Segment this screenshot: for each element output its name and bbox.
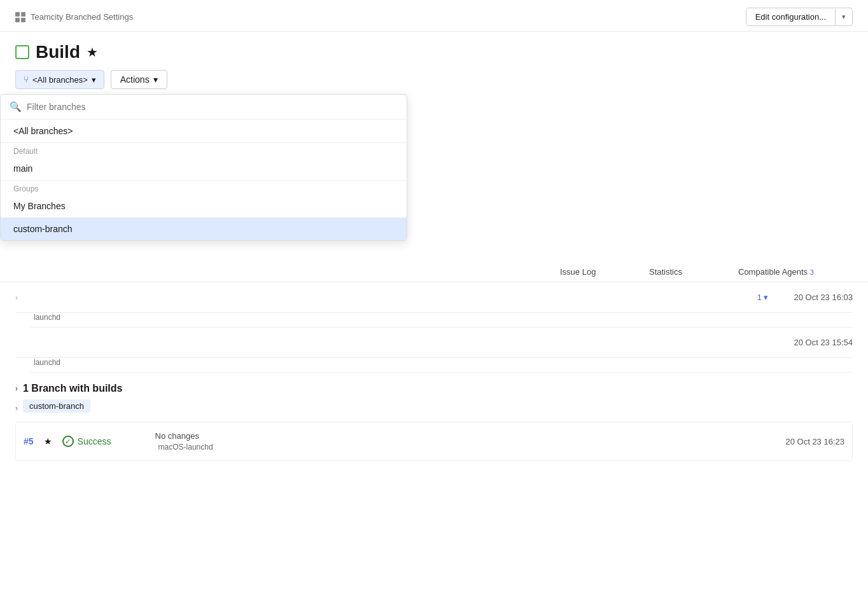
row-date: 20 Oct 23 15:54: [794, 338, 853, 347]
branch-icon: ⑂: [24, 74, 29, 85]
table-row: › 1 ▾ 20 Oct 23 16:03: [15, 282, 853, 313]
row-date: 20 Oct 23 16:03: [794, 293, 853, 302]
build-status-label: Success: [78, 436, 111, 446]
section-chevron-icon[interactable]: ›: [15, 384, 18, 393]
agent-row: launchd: [31, 313, 853, 327]
section-heading: › 1 Branch with builds: [15, 373, 853, 399]
branch-dropdown: 🔍 <All branches> Default main Groups My …: [0, 94, 407, 241]
branch-option-my-branches[interactable]: My Branches: [1, 195, 407, 217]
branch-selector-button[interactable]: ⑂ <All branches> ▾: [15, 70, 104, 89]
build-agent-row: macOS-launchd: [155, 443, 776, 451]
agents-count: 3: [810, 268, 814, 276]
actions-label: Actions: [120, 74, 150, 85]
dropdown-search-area: 🔍: [1, 95, 407, 120]
toolbar: ⑂ <All branches> ▾ Actions ▾ 🔍 <All bran…: [0, 70, 868, 89]
app-title-text: Teamcity Branched Settings: [31, 12, 133, 22]
build-star-icon[interactable]: ★: [44, 436, 52, 446]
branch-row-chevron-icon[interactable]: ›: [15, 404, 18, 413]
edit-config-chevron-icon: ▾: [835, 9, 852, 25]
app-icon: [15, 12, 25, 22]
column-header-compatible-agents: Compatible Agents 3: [738, 267, 853, 277]
success-icon: ✓: [62, 436, 74, 447]
build-changes-label: No changes: [155, 431, 776, 441]
page-title: Build: [36, 42, 80, 62]
branch-option-custom-branch[interactable]: custom-branch: [1, 217, 407, 240]
edit-configuration-button[interactable]: Edit configuration... ▾: [746, 8, 853, 26]
table-row: 20 Oct 23 15:54: [15, 327, 853, 358]
column-header-issue-log: Issue Log: [560, 267, 649, 277]
branch-badge: custom-branch: [23, 399, 90, 413]
build-row[interactable]: #5 ★ ✓ Success No changes macOS-launchd …: [15, 422, 853, 461]
actions-button[interactable]: Actions ▾: [111, 70, 167, 89]
build-icon: [15, 45, 29, 59]
top-bar: Teamcity Branched Settings Edit configur…: [0, 0, 868, 32]
build-number[interactable]: #5: [24, 436, 34, 446]
favorite-star-icon[interactable]: ★: [87, 45, 98, 60]
branch-chevron-icon: ▾: [92, 75, 96, 85]
agent-name: launchd: [34, 313, 60, 322]
section-title: 1 Branch with builds: [23, 383, 122, 394]
dropdown-section-groups: Groups: [1, 180, 407, 195]
branches-section: › 1 Branch with builds › custom-branch #…: [0, 373, 868, 461]
agent-row: launchd: [31, 358, 853, 373]
row-chevron-icon: ›: [15, 293, 25, 302]
build-info: No changes macOS-launchd: [155, 431, 776, 451]
branch-button-label: <All branches>: [32, 75, 88, 85]
dropdown-section-default: Default: [1, 142, 407, 157]
actions-chevron-icon: ▾: [153, 74, 158, 85]
app-title-area: Teamcity Branched Settings: [15, 12, 133, 22]
column-header-statistics: Statistics: [649, 267, 738, 277]
build-status-badge: ✓ Success: [62, 436, 145, 447]
search-icon: 🔍: [10, 101, 22, 113]
row-branch-indicator: 1 ▾: [757, 293, 769, 302]
edit-config-label: Edit configuration...: [746, 8, 835, 25]
build-date: 20 Oct 23 16:23: [785, 437, 844, 446]
branch-option-all[interactable]: <All branches>: [1, 120, 407, 142]
filter-branches-input[interactable]: [27, 102, 398, 112]
agent-label: macOS-launchd: [158, 443, 213, 451]
branch-option-main[interactable]: main: [1, 157, 407, 180]
agent-name: launchd: [34, 358, 60, 367]
page-header: Build ★: [0, 32, 868, 70]
